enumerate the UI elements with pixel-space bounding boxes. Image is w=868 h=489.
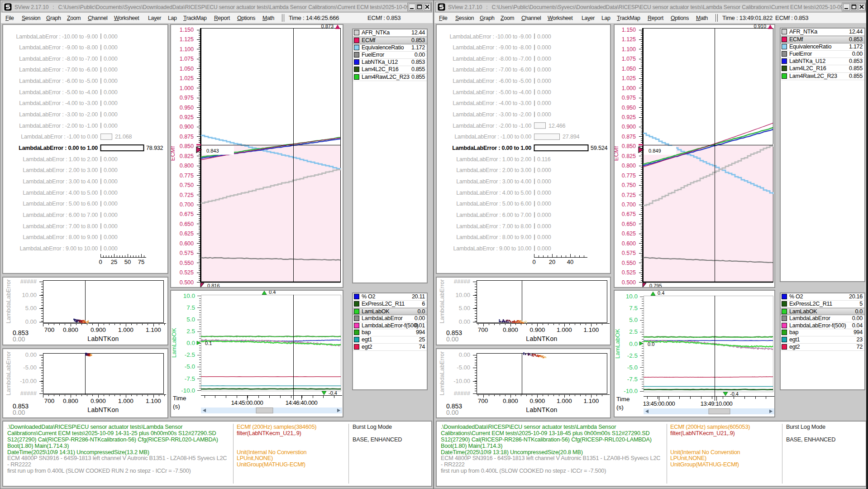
svg-text:0.550: 0.550 — [622, 260, 636, 266]
svg-text:LabNTKon: LabNTKon — [87, 335, 119, 342]
svg-text:0.800: 0.800 — [503, 326, 518, 333]
svg-text:700: 700 — [478, 326, 488, 333]
svg-text:0.000: 0.000 — [537, 167, 551, 173]
svg-text:25: 25 — [111, 259, 117, 265]
svg-text:0.625: 0.625 — [622, 230, 636, 237]
svg-text:LambdaLabError : -1.00 to 0.00: LambdaLabError : -1.00 to 0.00 — [454, 134, 531, 140]
svg-text:0.975: 0.975 — [622, 95, 636, 101]
svg-text:0.0: 0.0 — [186, 340, 195, 346]
svg-text:0.650: 0.650 — [180, 221, 194, 227]
svg-text:ECMf: ECMf — [171, 146, 176, 161]
svg-text:78.932: 78.932 — [146, 145, 163, 151]
svg-text:0.000: 0.000 — [537, 34, 551, 40]
svg-text:0.700: 0.700 — [622, 201, 636, 208]
svg-text:700: 700 — [44, 398, 55, 404]
svg-text:0.000: 0.000 — [104, 156, 118, 163]
svg-text:ECMf: ECMf — [615, 146, 620, 161]
svg-text:0.575: 0.575 — [180, 250, 194, 256]
svg-text:LambdaLabError : 2.00 to 3.00: LambdaLabError : 2.00 to 3.00 — [23, 167, 98, 173]
svg-text:0.000: 0.000 — [104, 178, 118, 185]
svg-text:0.600: 0.600 — [180, 240, 194, 247]
svg-text:0.000: 0.000 — [104, 123, 118, 129]
svg-text:0.000: 0.000 — [537, 212, 551, 218]
svg-text:0.575: 0.575 — [622, 250, 636, 256]
svg-text:LambdaLabError : -5.00 to -4.0: LambdaLabError : -5.00 to -4.00 — [19, 89, 98, 96]
svg-text:-10.00: -10.00 — [453, 378, 470, 384]
svg-text:0.000: 0.000 — [104, 167, 118, 173]
svg-text:LambdaLabError : -3.00 to -2.0: LambdaLabError : -3.00 to -2.00 — [19, 111, 98, 118]
svg-text:1.100: 1.100 — [584, 398, 599, 404]
svg-text:2.5: 2.5 — [629, 328, 638, 335]
svg-text:LambdaLabError : 4.00 to 5.00: LambdaLabError : 4.00 to 5.00 — [456, 190, 531, 196]
svg-text:0.00: 0.00 — [13, 336, 25, 343]
svg-text:-5.0: -5.0 — [185, 363, 195, 370]
svg-text:1.025: 1.025 — [622, 75, 636, 82]
svg-text:21.068: 21.068 — [115, 134, 132, 140]
svg-text:0.00: 0.00 — [459, 351, 470, 358]
svg-text:-5.00: -5.00 — [23, 364, 37, 371]
svg-text:1.050: 1.050 — [622, 66, 636, 72]
svg-text:LambdaLabError : -7.00 to -6.0: LambdaLabError : -7.00 to -6.00 — [19, 67, 98, 73]
svg-text:LambdaLabError: LambdaLabError — [439, 351, 445, 395]
svg-text:0.800: 0.800 — [63, 326, 78, 333]
svg-text:0.925: 0.925 — [622, 114, 636, 120]
svg-text:1.025: 1.025 — [180, 75, 194, 82]
svg-text:-10.0: -10.0 — [181, 387, 195, 394]
svg-text:0.850: 0.850 — [622, 143, 636, 149]
svg-text:-7.5: -7.5 — [627, 376, 638, 383]
svg-text:0.000: 0.000 — [104, 212, 118, 218]
svg-text:0.000: 0.000 — [104, 223, 118, 230]
svg-text:10.00: 10.00 — [455, 292, 470, 298]
svg-text:-0.4: -0.4 — [730, 391, 739, 397]
svg-text:10.0: 10.0 — [626, 293, 638, 300]
svg-text:LambdaLabError : -3.00 to -2.0: LambdaLabError : -3.00 to -2.00 — [453, 111, 531, 118]
svg-text:0.000: 0.000 — [104, 111, 118, 118]
svg-text:0.525: 0.525 — [180, 269, 194, 276]
svg-text:1.100: 1.100 — [146, 326, 161, 333]
svg-text:0.750: 0.750 — [180, 182, 194, 188]
svg-text:0.875: 0.875 — [622, 134, 636, 140]
svg-text:0.825: 0.825 — [622, 153, 636, 159]
svg-text:LambdaLabError : 5.00 to 6.00: LambdaLabError : 5.00 to 6.00 — [23, 201, 98, 207]
svg-text:LambdaLabError : 1.00 to 2.00: LambdaLabError : 1.00 to 2.00 — [23, 156, 98, 163]
svg-text:LambdaLabError : 2.00 to 3.00: LambdaLabError : 2.00 to 3.00 — [456, 167, 531, 173]
svg-text:LambdaLabError : -9.00 to -8.0: LambdaLabError : -9.00 to -8.00 — [19, 44, 98, 51]
svg-text:0.4: 0.4 — [658, 291, 664, 296]
svg-text:LambdaLabError : 3.00 to 4.00: LambdaLabError : 3.00 to 4.00 — [23, 178, 98, 185]
svg-text:LambdaLabError : 0.00 to 1.00: LambdaLabError : 0.00 to 1.00 — [19, 145, 98, 151]
svg-text:0.625: 0.625 — [180, 230, 194, 237]
svg-text:LambdaLabError : 1.00 to 2.00: LambdaLabError : 1.00 to 2.00 — [456, 156, 531, 163]
svg-text:LabNTKon: LabNTKon — [526, 335, 557, 342]
svg-text:0.000: 0.000 — [537, 78, 551, 84]
svg-text:0.849: 0.849 — [649, 148, 661, 153]
svg-text:700: 700 — [44, 326, 55, 333]
svg-text:20: 20 — [549, 259, 555, 265]
svg-text:0.000: 0.000 — [104, 100, 118, 106]
svg-text:0.000: 0.000 — [537, 100, 551, 106]
svg-text:#####: ##### — [454, 390, 471, 397]
svg-text:1.150: 1.150 — [622, 27, 636, 33]
svg-text:0.000: 0.000 — [104, 234, 118, 240]
svg-text:0.816: 0.816 — [207, 283, 220, 287]
svg-text:0.775: 0.775 — [622, 173, 636, 179]
svg-text:-0.4: -0.4 — [329, 390, 337, 396]
svg-text:0.800: 0.800 — [63, 398, 78, 404]
svg-text:10.0: 10.0 — [183, 292, 195, 299]
svg-text:1.000: 1.000 — [118, 398, 134, 404]
svg-text:LambdaLabError : -9.00 to -8.0: LambdaLabError : -9.00 to -8.00 — [453, 44, 531, 51]
svg-text:0.725: 0.725 — [622, 192, 636, 198]
svg-text:(s): (s) — [616, 404, 624, 411]
svg-text:Time: Time — [173, 395, 186, 402]
svg-text:0: 0 — [532, 259, 535, 265]
svg-text:1.000: 1.000 — [557, 326, 572, 333]
svg-text:LambdaLabError : 0.00 to 1.00: LambdaLabError : 0.00 to 1.00 — [452, 145, 531, 151]
svg-text:LambdaLabError: LambdaLabError — [5, 279, 12, 323]
svg-text:0.750: 0.750 — [622, 182, 636, 188]
svg-text:0.795: 0.795 — [649, 283, 662, 287]
svg-text:0.000: 0.000 — [537, 223, 551, 230]
svg-text:0.00: 0.00 — [446, 336, 458, 343]
svg-text:0.000: 0.000 — [537, 234, 551, 240]
svg-text:-10.0: -10.0 — [624, 388, 638, 394]
svg-text:LambdaLabError: LambdaLabError — [5, 351, 12, 395]
svg-text:0.000: 0.000 — [104, 201, 118, 207]
